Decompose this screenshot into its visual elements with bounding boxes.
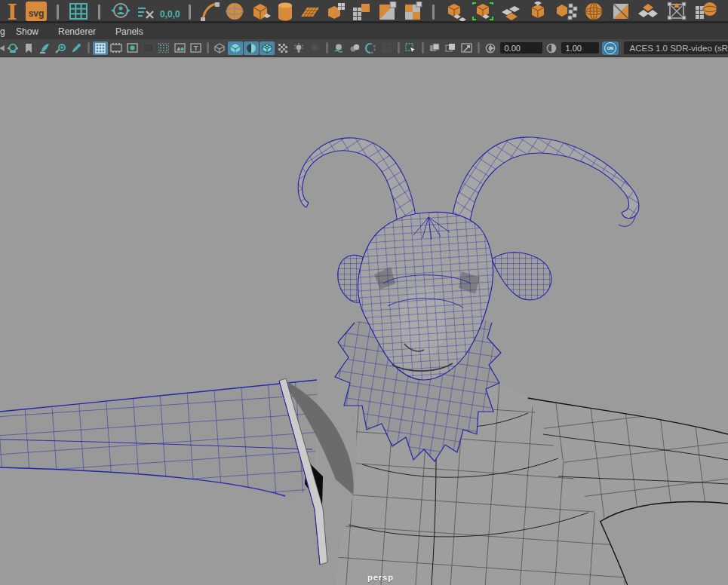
lighting-button[interactable] [291, 41, 306, 55]
isolate-add-button[interactable] [443, 41, 458, 55]
colorspace-value: ACES 1.0 SDR-video (sRGB) [624, 41, 728, 54]
camera-select-button[interactable] [5, 41, 20, 55]
toolbar-divider [478, 42, 480, 54]
zoom-region-button[interactable] [53, 41, 68, 55]
menu-item-clipped[interactable]: g [0, 26, 6, 37]
cylinder-primitive-icon[interactable] [275, 2, 295, 21]
safe-title-button[interactable]: T [188, 41, 203, 55]
bookmark-button[interactable] [21, 41, 36, 55]
active-highlighted-tool-icon[interactable] [471, 2, 495, 21]
camera-name-label: persp [367, 573, 394, 582]
textured-button[interactable] [244, 41, 259, 55]
toolbar-divider [422, 42, 424, 54]
combine-tool-icon[interactable] [527, 2, 549, 21]
exposure-icon[interactable] [483, 41, 498, 55]
svg-glyph: svg [29, 8, 45, 19]
shelf-separator [432, 5, 435, 20]
color-management-toggle[interactable]: ON [602, 41, 619, 55]
menu-item-panels[interactable]: Panels [106, 26, 153, 37]
shelf: I svg 0,0,0 [0, 0, 728, 23]
shaded-button[interactable] [228, 41, 243, 55]
checker-material-button[interactable] [275, 41, 290, 55]
toolbar-divider [88, 42, 90, 54]
exposure-field[interactable]: 0.00 [500, 42, 542, 54]
plane-primitive-icon[interactable] [299, 2, 321, 21]
ram-model [0, 57, 728, 585]
reset-transform-tool-icon[interactable] [137, 2, 156, 21]
colorspace-dropdown[interactable]: ACES 1.0 SDR-video (sRGB) [624, 41, 728, 54]
wireframe-on-shaded-button[interactable] [260, 41, 275, 55]
shelf-separator [189, 5, 191, 20]
type-tool-icon[interactable]: I [4, 2, 20, 21]
type-glyph: I [7, 2, 17, 21]
arc-tool-icon[interactable] [200, 2, 220, 21]
panel-menubar: g Show Renderer Panels [0, 23, 728, 39]
selection-highlight-button[interactable] [403, 41, 418, 55]
contrast-icon[interactable] [544, 41, 559, 55]
toolbar-divider [398, 42, 400, 54]
cube-grid-tool-icon[interactable] [325, 2, 346, 21]
3d-viewport[interactable]: persp [0, 57, 728, 585]
grease-pencil-button[interactable] [37, 41, 52, 55]
contrast-field[interactable]: 1.00 [561, 42, 599, 54]
film-gate-button[interactable] [109, 41, 124, 55]
shelf-separator [57, 5, 59, 20]
safe-title-glyph: T [193, 44, 198, 52]
pencil-button[interactable] [69, 41, 84, 55]
on-label: ON [604, 42, 616, 54]
grid-toggle-button[interactable] [93, 41, 108, 55]
shelf-separator [98, 5, 100, 20]
depth-peeling-button[interactable] [379, 41, 394, 55]
image-plane-button[interactable] [459, 41, 474, 55]
isolate-select-button[interactable] [427, 41, 442, 55]
gate-mask-button[interactable] [140, 41, 155, 55]
shadows-button[interactable] [307, 41, 322, 55]
lattice-tool-icon[interactable] [664, 2, 690, 21]
corner-grid-tool-icon[interactable] [351, 2, 372, 21]
wireframe-button[interactable] [212, 41, 227, 55]
separate-tool-icon[interactable] [554, 2, 578, 21]
horns-mesh [298, 137, 639, 227]
grid-tool-icon[interactable] [68, 2, 89, 21]
smooth-tool-icon[interactable] [499, 2, 522, 21]
character-target-tool-icon[interactable] [109, 2, 132, 21]
menu-item-renderer[interactable]: Renderer [48, 26, 106, 37]
quadrangulate-tool-icon[interactable] [637, 2, 659, 21]
grid-sphere-tool-icon[interactable] [694, 2, 717, 21]
quad-square-tool-icon[interactable] [402, 2, 423, 21]
safe-action-button[interactable] [172, 41, 187, 55]
triangulate-tool-icon[interactable] [610, 2, 632, 21]
toolbar-divider [207, 42, 209, 54]
wire-sphere-tool-icon[interactable] [582, 2, 605, 21]
field-chart-button[interactable] [156, 41, 171, 55]
split-square-tool-icon[interactable] [376, 2, 398, 21]
motion-blur-button[interactable] [347, 41, 362, 55]
ssao-button[interactable] [331, 41, 346, 55]
toolbar-divider [326, 42, 328, 54]
menu-item-show[interactable]: Show [6, 26, 48, 37]
clipped-icon [0, 41, 5, 55]
cube-primitive-icon[interactable] [250, 2, 271, 21]
extrude-tool-icon[interactable] [444, 2, 466, 21]
left-arm-mesh [0, 380, 318, 497]
zero-transform-label[interactable]: 0,0,0 [160, 9, 180, 20]
sphere-primitive-icon[interactable] [224, 2, 245, 21]
svg-tool-icon[interactable]: svg [25, 2, 48, 21]
resolution-gate-button[interactable] [124, 41, 140, 55]
viewport-toolbar: T 0. [0, 39, 728, 57]
anti-aliasing-button[interactable] [363, 41, 378, 55]
